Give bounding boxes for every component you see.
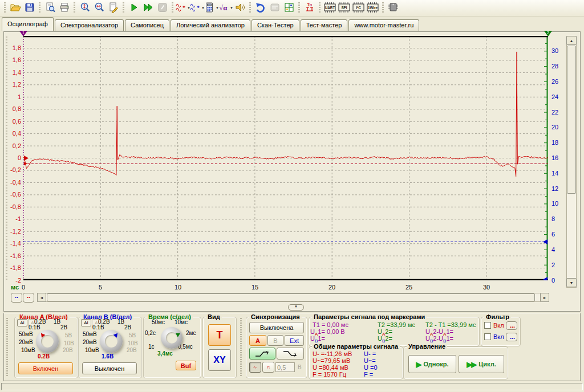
one-wire-icon: 1Wire <box>366 2 379 14</box>
scale-label: 1В <box>54 318 60 325</box>
channel-b-state-button[interactable]: Выключен <box>82 362 137 374</box>
signal-a-button[interactable]: ▼ <box>176 1 190 15</box>
zoom-horizontal-icon <box>94 2 105 14</box>
spi-button[interactable]: SPI <box>337 1 351 15</box>
scroll-up-button[interactable]: ▲ <box>566 36 577 45</box>
y-right-tick-label: 0 <box>551 277 555 284</box>
collapse-controls-button[interactable]: ▼ <box>288 304 304 311</box>
save-icon <box>24 2 35 14</box>
double-play-icon: ▶▶ <box>467 360 476 369</box>
calculator-icon <box>204 2 215 14</box>
y-right-tick-label: 16 <box>551 154 558 161</box>
tab-6[interactable]: Тест-мастер <box>301 19 348 31</box>
sync-level-input[interactable] <box>275 362 295 372</box>
y-right-tick-label: 28 <box>551 63 558 70</box>
tab-3[interactable]: Самописец <box>125 19 169 31</box>
sync-title: Синхронизация <box>249 313 302 320</box>
tab-1[interactable]: Осциллограф <box>2 17 54 31</box>
sync-falling-edge-button[interactable] <box>277 348 304 360</box>
y-left-tick-label: 1,6 <box>4 56 21 63</box>
channel-a-knob[interactable] <box>36 330 59 353</box>
run-control-title: Управление <box>407 343 447 350</box>
y-left-tick-label: 0,4 <box>4 130 21 137</box>
filter-b-settings-button[interactable]: ... <box>506 333 517 341</box>
display-button[interactable] <box>267 1 282 15</box>
tab-2[interactable]: Спектроанализатор <box>55 19 124 31</box>
timebase-value: 3,4мс <box>157 350 173 357</box>
sync-source-a-button[interactable]: A <box>249 335 266 346</box>
save-button[interactable] <box>22 1 36 15</box>
pan-b-button[interactable]: .. <box>23 293 34 303</box>
sync-mode-wave-button[interactable] <box>249 362 261 373</box>
open-button[interactable] <box>8 1 22 15</box>
filter-b-label: Вкл <box>493 333 504 340</box>
horizontal-scroll-thumb[interactable] <box>47 293 535 301</box>
print-button[interactable] <box>57 1 71 15</box>
calculator-button[interactable]: ▼ <box>204 1 218 15</box>
view-t-button[interactable]: T <box>208 324 231 346</box>
scroll-down-button[interactable]: ▼ <box>566 278 577 287</box>
math-button[interactable]: √α▼ <box>218 1 233 15</box>
vertical-scroll-thumb[interactable] <box>567 46 576 194</box>
scroll-right-button[interactable]: ► <box>540 293 549 302</box>
sync-rising-edge-button[interactable] <box>249 348 275 360</box>
channel-b-autoscale-button[interactable]: AI <box>81 319 91 326</box>
pan-a-button[interactable]: .. <box>11 293 22 303</box>
filter-a-settings-button[interactable]: ... <box>506 321 517 330</box>
toolbar-separator <box>298 2 300 14</box>
scale-label: 2В <box>124 324 131 330</box>
sync-source-ext-button[interactable]: Ext <box>285 335 304 346</box>
uart-button[interactable]: UART <box>323 1 337 15</box>
start-button[interactable] <box>127 1 141 15</box>
report-button[interactable] <box>106 1 120 15</box>
sync-source-b-button[interactable]: B <box>267 335 283 346</box>
view-group: Вид T XY <box>202 317 237 378</box>
undo-button[interactable] <box>253 1 267 15</box>
zoom-vertical-button[interactable] <box>78 1 92 15</box>
scale-label: 10мВ <box>21 347 35 353</box>
channel-a-state-button[interactable]: Включен <box>18 362 73 374</box>
table-button[interactable] <box>282 1 296 15</box>
channel-a-autoscale-button[interactable]: AI <box>17 319 27 326</box>
one-wire-button[interactable]: 1Wire <box>366 1 380 15</box>
i2c-button[interactable]: I²C <box>351 1 366 15</box>
cycle-run-button[interactable]: ▶▶ Цикл. <box>459 355 504 373</box>
print-preview-button[interactable] <box>43 1 57 15</box>
x-tick-label: 10 <box>171 284 185 291</box>
measurer-button[interactable]: Тн <box>302 1 317 15</box>
y-left-tick-label: -0,6 <box>4 191 21 198</box>
scale-label: 10мВ <box>85 347 99 353</box>
filter-a-checkbox[interactable] <box>484 322 491 329</box>
display-icon <box>269 2 281 14</box>
time-marker-2[interactable]: 2 <box>544 31 552 36</box>
svg-text:UART: UART <box>325 6 335 10</box>
chip-button[interactable] <box>386 1 400 15</box>
toolbar-grip[interactable] <box>4 2 6 14</box>
single-run-button[interactable]: ▶ Однокр. <box>408 355 456 373</box>
start-cycle-button[interactable] <box>141 1 155 15</box>
stop-button[interactable] <box>155 1 169 15</box>
y-right-tick-label: 20 <box>551 124 558 130</box>
view-xy-button[interactable]: XY <box>208 349 231 371</box>
channel-b-knob[interactable] <box>100 330 123 353</box>
control-grip[interactable] <box>6 318 8 376</box>
tab-5[interactable]: Скан-Тестер <box>252 19 299 31</box>
tab-4[interactable]: Логический анализатор <box>171 19 250 31</box>
sync-mode-pulse-button[interactable] <box>262 362 274 373</box>
signal-b-button[interactable]: ▼ <box>190 1 204 15</box>
filter-b-checkbox[interactable] <box>484 333 491 340</box>
sync-off-button[interactable]: Выключена <box>249 322 304 333</box>
tab-7[interactable]: www.motor-master.ru <box>348 19 419 31</box>
time-marker-1[interactable]: 1 <box>19 31 27 36</box>
start-icon <box>128 2 140 14</box>
scale-label: 10В <box>128 340 138 346</box>
scroll-left-button[interactable]: ◄ <box>37 293 46 302</box>
zoom-horizontal-button[interactable] <box>92 1 106 15</box>
y-right-tick-label: 30 <box>551 47 558 54</box>
y-left-tick-label: 1,8 <box>4 44 21 51</box>
timebase-knob[interactable] <box>161 327 182 349</box>
scale-label: 5В <box>129 332 136 338</box>
buffer-button[interactable]: Buf <box>176 361 196 370</box>
waveform-plot[interactable] <box>23 36 548 280</box>
sound-button[interactable] <box>233 1 247 15</box>
